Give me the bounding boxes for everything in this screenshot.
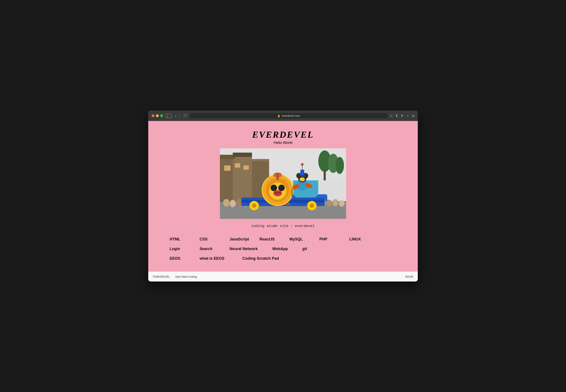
svg-rect-9 [243, 166, 249, 170]
svg-rect-2 [220, 155, 233, 202]
svg-rect-13 [324, 170, 326, 180]
hero-image: WALT DISNEY'S MICKEY MOUSE [220, 148, 346, 219]
new-tab-icon[interactable]: ＋ [406, 113, 409, 118]
browser-chrome: ‹ › 🛡 🔒 everdevel.com ↻ ⬇ ⬆ ＋ ⧉ [148, 111, 418, 121]
nav-item-linux[interactable]: LINUX [349, 235, 379, 244]
shield-icon: 🛡 [184, 114, 187, 118]
browser-window: ‹ › 🛡 🔒 everdevel.com ↻ ⬇ ⬆ ＋ ⧉ EVERDEVE… [148, 111, 418, 281]
lock-icon: 🔒 [277, 114, 280, 117]
forward-button[interactable]: › [178, 114, 181, 118]
refresh-button[interactable]: ↻ [390, 114, 393, 118]
hero-svg: WALT DISNEY'S MICKEY MOUSE [220, 148, 346, 219]
svg-point-36 [271, 185, 277, 191]
svg-point-43 [300, 177, 305, 181]
svg-marker-6 [233, 153, 252, 157]
nav-item-css[interactable]: CSS [200, 235, 230, 244]
maximize-button[interactable] [160, 114, 163, 117]
minimize-button[interactable] [156, 114, 159, 117]
svg-rect-7 [224, 166, 231, 171]
nav-item-coding-scratch-pad[interactable]: Coding Scratch Pad [242, 254, 290, 263]
nav-item-reactjs[interactable]: ReactJS [260, 235, 290, 244]
nav-item-html[interactable]: HTML [170, 235, 200, 244]
svg-point-23 [339, 200, 345, 207]
share-icon[interactable]: ⬆ [401, 114, 404, 118]
nav-row-1: HTML CSS JavaScript ReactJS MySQL PHP LI… [170, 235, 396, 244]
nav-item-mysql[interactable]: MySQL [290, 235, 319, 244]
traffic-lights [152, 114, 163, 117]
nav-item-search[interactable]: Search [200, 245, 230, 253]
site-tagline: coding etude site : everdevel [161, 224, 405, 228]
nav-item-javascript[interactable]: JavaScript [230, 235, 260, 244]
site-subtitle: Hello World [161, 141, 405, 145]
sidebar-toggle-button[interactable] [166, 114, 172, 118]
browser-footer: TOMODEVEL Start Web Coding BOOK [148, 271, 418, 281]
nav-item-neural-network[interactable]: Neural Network [230, 245, 272, 253]
tabs-icon[interactable]: ⧉ [412, 114, 414, 118]
nav-buttons: ‹ › [174, 114, 181, 118]
svg-point-29 [252, 203, 256, 208]
nav-row-2: Login Search Neural Network WebApp git [170, 245, 396, 253]
nav-item-webapp[interactable]: WebApp [272, 245, 302, 253]
svg-rect-45 [300, 170, 304, 174]
svg-point-16 [230, 200, 236, 207]
site-title: EVERDEVEL [161, 129, 405, 140]
nav-grid: HTML CSS JavaScript ReactJS MySQL PHP LI… [161, 235, 405, 263]
svg-marker-5 [220, 155, 235, 159]
svg-point-17 [236, 199, 242, 206]
nav-row-3: EEOS what is EEOS Coding Scratch Pad [170, 254, 396, 263]
svg-point-12 [335, 157, 344, 174]
back-button[interactable]: ‹ [174, 114, 177, 118]
svg-rect-8 [235, 163, 240, 168]
svg-point-31 [310, 203, 314, 208]
footer-tomodevel[interactable]: TOMODEVEL [153, 275, 170, 278]
nav-item-what-is-eeos[interactable]: what is EEOS [200, 254, 242, 263]
nav-item-php[interactable]: PHP [319, 235, 349, 244]
nav-item-git[interactable]: git [302, 245, 332, 253]
footer-book[interactable]: BOOK [405, 275, 413, 278]
svg-point-47 [301, 163, 304, 166]
website-content: EVERDEVEL Hello World [148, 121, 418, 271]
svg-rect-52 [276, 174, 279, 180]
download-icon[interactable]: ⬇ [395, 114, 398, 118]
svg-rect-50 [291, 189, 293, 196]
svg-point-37 [278, 185, 285, 191]
browser-actions: ⬇ ⬆ ＋ ⧉ [395, 113, 414, 118]
svg-point-21 [326, 200, 332, 207]
url-text: everdevel.com [282, 114, 300, 117]
footer-left: TOMODEVEL Start Web Coding [153, 275, 197, 278]
nav-item-eeos[interactable]: EEOS [170, 254, 200, 263]
svg-point-15 [223, 199, 230, 207]
address-bar[interactable]: 🔒 everdevel.com [189, 113, 388, 118]
footer-right: BOOK [405, 275, 413, 279]
close-button[interactable] [152, 114, 154, 117]
footer-start-web-coding[interactable]: Start Web Coding [175, 275, 197, 278]
svg-point-22 [333, 199, 338, 206]
site-header: EVERDEVEL Hello World [161, 129, 405, 145]
nav-item-login[interactable]: Login [170, 245, 200, 253]
